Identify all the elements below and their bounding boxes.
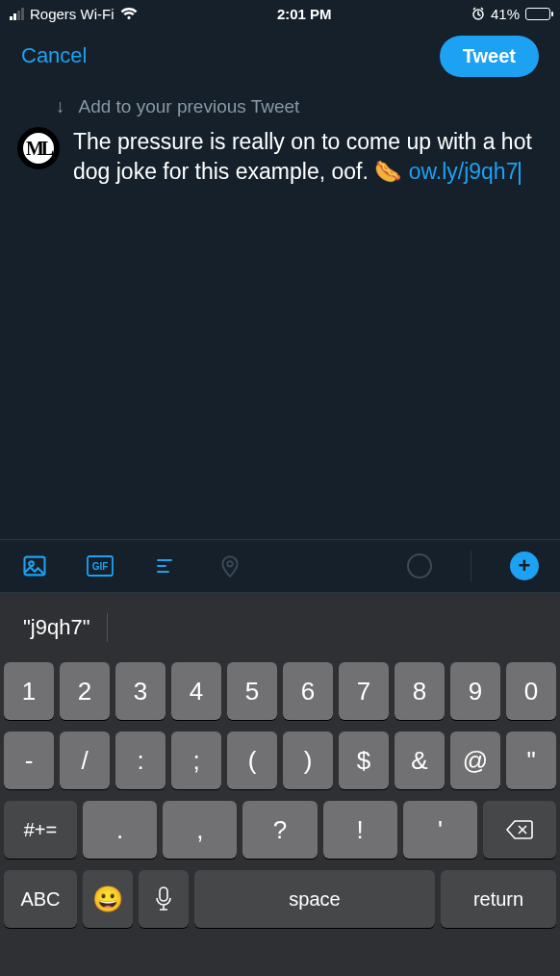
key-at[interactable]: @	[450, 732, 500, 789]
add-tweet-button[interactable]: +	[510, 552, 539, 580]
key-space[interactable]: space	[194, 870, 435, 928]
character-count-ring	[407, 553, 432, 578]
key-semicolon[interactable]: ;	[171, 732, 221, 789]
gif-icon[interactable]: GIF	[87, 555, 114, 577]
tweet-link: ow.ly/j9qh7	[409, 159, 519, 184]
key-slash[interactable]: /	[60, 732, 110, 789]
key-emoji[interactable]: 😀	[83, 870, 133, 928]
key-row-3: #+= . , ? ! '	[4, 801, 556, 859]
wifi-icon	[120, 7, 138, 20]
status-bar: Rogers Wi-Fi 2:01 PM 41%	[0, 0, 560, 27]
backspace-icon	[505, 819, 534, 840]
carrier-label: Rogers Wi-Fi	[30, 6, 115, 22]
key-row-4: ABC 😀 space return	[4, 870, 556, 928]
key-comma[interactable]: ,	[163, 801, 237, 859]
svg-point-5	[227, 561, 232, 566]
svg-text:GIF: GIF	[92, 561, 109, 572]
key-5[interactable]: 5	[227, 662, 277, 720]
photo-icon[interactable]	[21, 552, 48, 579]
tweet-text-input[interactable]: The pressure is really on to come up wit…	[73, 127, 543, 187]
emoji-icon: 😀	[92, 885, 123, 914]
compose-toolbar: GIF +	[0, 539, 560, 593]
key-2[interactable]: 2	[60, 662, 110, 720]
key-7[interactable]: 7	[339, 662, 389, 720]
key-return[interactable]: return	[441, 870, 556, 928]
suggestion-divider	[107, 613, 108, 642]
key-1[interactable]: 1	[4, 662, 54, 720]
cancel-button[interactable]: Cancel	[21, 43, 87, 68]
location-icon[interactable]	[217, 553, 242, 578]
key-dictation[interactable]	[139, 870, 189, 928]
compose-area: ↓ Add to your previous Tweet ML The pres…	[0, 85, 560, 187]
key-question[interactable]: ?	[242, 801, 317, 859]
battery-icon	[525, 8, 550, 20]
tweet-button[interactable]: Tweet	[440, 36, 539, 77]
key-abc[interactable]: ABC	[4, 870, 77, 928]
key-9[interactable]: 9	[450, 662, 500, 720]
key-period[interactable]: .	[83, 801, 157, 859]
mic-icon	[155, 886, 172, 912]
hotdog-emoji: 🌭	[374, 159, 402, 184]
suggestion-word[interactable]: "j9qh7"	[23, 615, 89, 640]
key-backspace[interactable]	[483, 801, 556, 859]
arrow-down-icon: ↓	[56, 96, 65, 117]
key-row-2: - / : ; ( ) $ & @ "	[4, 732, 556, 789]
key-6[interactable]: 6	[283, 662, 333, 720]
poll-icon[interactable]	[152, 554, 179, 578]
key-dollar[interactable]: $	[339, 732, 389, 789]
key-rparen[interactable]: )	[283, 732, 333, 789]
toolbar-divider	[471, 551, 471, 581]
add-to-thread-button[interactable]: ↓ Add to your previous Tweet	[17, 85, 543, 127]
key-amp[interactable]: &	[395, 732, 445, 789]
alarm-icon	[471, 7, 485, 20]
add-to-thread-label: Add to your previous Tweet	[79, 96, 300, 117]
key-0[interactable]: 0	[506, 662, 556, 720]
key-dash[interactable]: -	[4, 732, 54, 789]
key-4[interactable]: 4	[171, 662, 221, 720]
svg-rect-6	[160, 887, 167, 901]
key-symbols-shift[interactable]: #+=	[4, 801, 77, 859]
suggestion-bar: "j9qh7"	[4, 601, 556, 655]
key-3[interactable]: 3	[115, 662, 165, 720]
key-lparen[interactable]: (	[227, 732, 277, 789]
clock: 2:01 PM	[277, 6, 332, 22]
key-colon[interactable]: :	[115, 732, 165, 789]
key-exclaim[interactable]: !	[323, 801, 397, 859]
key-row-1: 1 2 3 4 5 6 7 8 9 0	[4, 662, 556, 720]
keyboard: "j9qh7" 1 2 3 4 5 6 7 8 9 0 - / : ; ( ) …	[0, 593, 560, 976]
compose-nav: Cancel Tweet	[0, 27, 560, 85]
avatar: ML	[17, 127, 60, 169]
cell-signal-icon	[10, 8, 24, 20]
svg-point-2	[29, 561, 34, 566]
battery-pct: 41%	[491, 6, 520, 22]
key-quote[interactable]: "	[506, 732, 556, 789]
key-8[interactable]: 8	[395, 662, 445, 720]
text-caret	[519, 162, 521, 185]
key-apostrophe[interactable]: '	[403, 801, 477, 859]
